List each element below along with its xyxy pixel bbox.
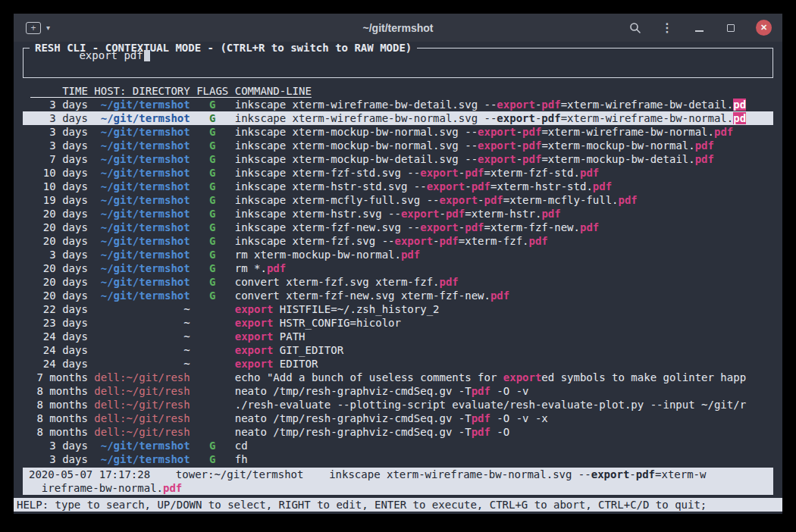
row-flags: G bbox=[196, 167, 228, 179]
history-row[interactable]: 8 months dell:~/git/resh ./resh-evaluate… bbox=[23, 398, 773, 412]
history-row[interactable]: 8 months dell:~/git/resh neato /tmp/resh… bbox=[23, 425, 773, 439]
row-host: ~/git/termshot bbox=[94, 289, 190, 302]
history-row[interactable]: 19 days ~/git/termshot G inkscape xterm-… bbox=[23, 193, 773, 207]
history-list: 3 days ~/git/termshot G inkscape xterm-w… bbox=[23, 98, 773, 466]
row-host: ~/git/termshot bbox=[94, 99, 190, 111]
row-command: inkscape xterm-mockup-bw-detail.svg --ex… bbox=[235, 153, 714, 165]
row-command: fh bbox=[235, 453, 248, 465]
row-time: 3 days bbox=[30, 139, 88, 152]
row-flags: G bbox=[196, 112, 228, 124]
row-host: ~/git/termshot bbox=[94, 249, 190, 261]
row-command: inkscape xterm-fzf-std.svg --export-pdf=… bbox=[235, 167, 599, 179]
restore-button[interactable] bbox=[724, 21, 738, 35]
search-box: RESH CLI - CONTEXTUAL MODE - (CTRL+R to … bbox=[23, 48, 773, 78]
row-flags: G bbox=[196, 440, 228, 452]
row-command: inkscape xterm-wireframe-bw-normal.svg -… bbox=[235, 112, 746, 124]
row-flags: G bbox=[196, 208, 228, 220]
history-row[interactable]: 20 days ~/git/termshot G rm *.pdf bbox=[23, 261, 773, 275]
row-command: rm xterm-mockup-bw-normal.pdf bbox=[235, 249, 420, 261]
history-row[interactable]: 3 days ~/git/termshot G cd bbox=[23, 439, 773, 452]
row-host: dell:~/git/resh bbox=[94, 426, 190, 438]
row-time: 8 months bbox=[30, 385, 88, 397]
restore-icon bbox=[727, 24, 735, 32]
history-row[interactable]: 10 days ~/git/termshot G inkscape xterm-… bbox=[23, 180, 773, 193]
row-flags: G bbox=[196, 262, 228, 274]
history-row[interactable]: 23 days ~ export HSTR_CONFIG=hicolor bbox=[23, 316, 773, 330]
row-host: ~ bbox=[94, 358, 190, 370]
terminal-content[interactable]: RESH CLI - CONTEXTUAL MODE - (CTRL+R to … bbox=[14, 42, 782, 514]
history-row[interactable]: 24 days ~ export EDITOR bbox=[23, 357, 773, 371]
row-flags: G bbox=[196, 153, 228, 165]
row-time: 3 days bbox=[30, 112, 88, 124]
history-row[interactable]: 24 days ~ export GIT_EDITOR bbox=[23, 343, 773, 357]
close-button[interactable]: ✕ bbox=[756, 20, 772, 36]
row-command: export EDITOR bbox=[235, 358, 318, 370]
history-row[interactable]: 20 days ~/git/termshot G inkscape xterm-… bbox=[23, 234, 773, 248]
history-row[interactable]: 10 days ~/git/termshot G inkscape xterm-… bbox=[23, 166, 773, 180]
row-time: 23 days bbox=[30, 317, 88, 329]
row-time: 7 months bbox=[30, 371, 88, 383]
help-bar: HELP: type to search, UP/DOWN to select,… bbox=[14, 498, 782, 512]
row-command: export GIT_EDITOR bbox=[235, 344, 343, 356]
history-row[interactable]: 20 days ~/git/termshot G inkscape xterm-… bbox=[23, 221, 773, 234]
history-row[interactable]: 7 months dell:~/git/resh echo "Add a bun… bbox=[23, 371, 773, 384]
new-tab-button[interactable]: + bbox=[26, 22, 41, 34]
chevron-down-icon[interactable]: ▾ bbox=[46, 23, 50, 32]
row-command: inkscape xterm-hstr-std.svg --export-pdf… bbox=[235, 180, 612, 192]
row-host: ~/git/termshot bbox=[94, 139, 190, 152]
row-host: ~/git/termshot bbox=[94, 126, 190, 138]
row-time: 3 days bbox=[30, 99, 88, 111]
row-command: rm *.pdf bbox=[235, 262, 286, 274]
row-flags: G bbox=[196, 289, 228, 302]
history-row[interactable]: 8 months dell:~/git/resh neato /tmp/resh… bbox=[23, 412, 773, 425]
row-command: neato /tmp/resh-graphviz-cmdSeq.gv -Tpdf… bbox=[235, 385, 529, 397]
history-row[interactable]: 7 days ~/git/termshot G inkscape xterm-m… bbox=[23, 152, 773, 166]
row-host: ~ bbox=[94, 330, 190, 343]
row-time: 19 days bbox=[30, 194, 88, 206]
menu-icon[interactable]: ⋮ bbox=[660, 21, 674, 35]
row-command: export PATH bbox=[235, 330, 306, 343]
close-icon: ✕ bbox=[760, 23, 767, 33]
row-flags: G bbox=[196, 180, 228, 192]
row-flags bbox=[196, 385, 228, 397]
row-flags: G bbox=[196, 453, 228, 465]
history-row[interactable]: 22 days ~ export HISTFILE=~/.zsh_history… bbox=[23, 302, 773, 316]
history-row[interactable]: 3 days ~/git/termshot G inkscape xterm-m… bbox=[23, 139, 773, 152]
history-row[interactable]: 24 days ~ export PATH bbox=[23, 330, 773, 343]
row-command: inkscape xterm-mockup-bw-normal.svg --ex… bbox=[235, 126, 733, 138]
history-row[interactable]: 3 days ~/git/termshot G inkscape xterm-w… bbox=[23, 98, 773, 111]
history-row[interactable]: 3 days ~/git/termshot G rm xterm-mockup-… bbox=[23, 248, 773, 261]
history-row[interactable]: 3 days ~/git/termshot G fh bbox=[23, 452, 773, 466]
row-command: inkscape xterm-mcfly-full.svg --export-p… bbox=[235, 194, 638, 206]
row-host: ~/git/termshot bbox=[94, 180, 190, 192]
row-flags: G bbox=[196, 194, 228, 206]
history-row[interactable]: 20 days ~/git/termshot G inkscape xterm-… bbox=[23, 207, 773, 221]
row-time: 20 days bbox=[30, 289, 88, 302]
row-time: 3 days bbox=[30, 126, 88, 138]
text-cursor bbox=[144, 50, 150, 61]
row-command: export HISTFILE=~/.zsh_history_2 bbox=[235, 303, 440, 315]
titlebar: + ▾ ~/git/termshot ⋮ ✕ bbox=[14, 14, 782, 42]
row-command: echo "Add a bunch of useless comments fo… bbox=[235, 371, 746, 383]
row-host: ~/git/termshot bbox=[94, 440, 190, 452]
search-input[interactable]: export pdf bbox=[28, 42, 150, 76]
history-row[interactable]: 20 days ~/git/termshot G convert xterm-f… bbox=[23, 289, 773, 302]
minimize-button[interactable] bbox=[692, 21, 706, 35]
row-host: ~/git/termshot bbox=[94, 153, 190, 165]
search-icon[interactable] bbox=[628, 21, 642, 35]
row-time: 24 days bbox=[30, 358, 88, 370]
row-flags: G bbox=[196, 99, 228, 111]
row-command: inkscape xterm-fzf-new.svg --export-pdf=… bbox=[235, 221, 599, 233]
row-host: ~/git/termshot bbox=[94, 262, 190, 274]
history-row[interactable]: 8 months dell:~/git/resh neato /tmp/resh… bbox=[23, 384, 773, 398]
row-time: 3 days bbox=[30, 440, 88, 452]
history-table: TIME HOST: DIRECTORY FLAGS COMMAND-LINE … bbox=[23, 84, 773, 466]
row-flags bbox=[196, 303, 228, 315]
history-row[interactable]: 3 days ~/git/termshot G inkscape xterm-w… bbox=[23, 111, 773, 125]
row-host: ~/git/termshot bbox=[94, 112, 190, 124]
search-query: export pdf bbox=[79, 49, 143, 61]
row-flags bbox=[196, 412, 228, 424]
row-host: ~ bbox=[94, 303, 190, 315]
history-row[interactable]: 20 days ~/git/termshot G convert xterm-f… bbox=[23, 275, 773, 289]
history-row[interactable]: 3 days ~/git/termshot G inkscape xterm-m… bbox=[23, 125, 773, 139]
